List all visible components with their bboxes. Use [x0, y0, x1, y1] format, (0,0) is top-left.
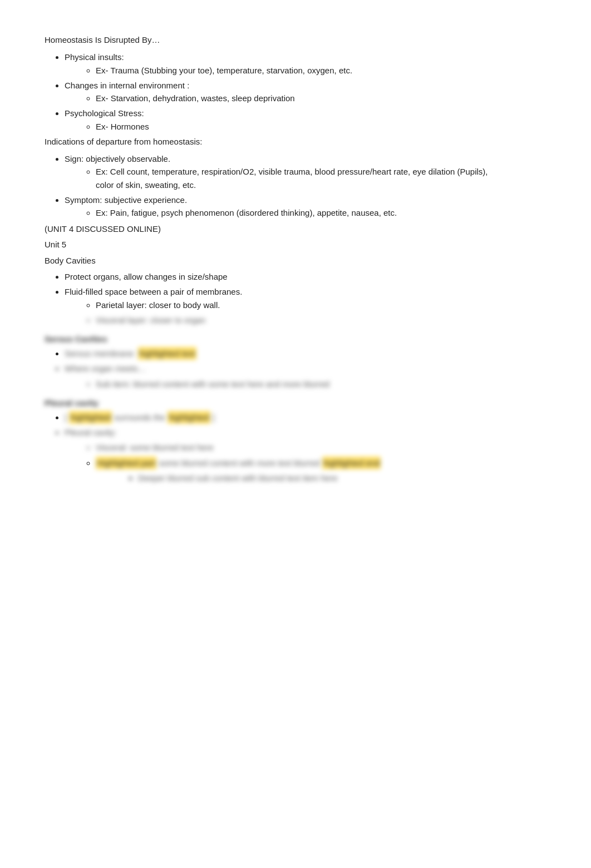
- list-item: Ex- Trauma (Stubbing your toe), temperat…: [96, 64, 501, 77]
- list-item: Ex- Hormones: [96, 120, 501, 133]
- list-item: Ex: Cell count, temperature, respiration…: [96, 165, 501, 191]
- blurred-sub-list-1: Sub item: blurred content with some text…: [65, 378, 501, 390]
- list-item: Sign: objectively observable. Ex: Cell c…: [65, 152, 501, 191]
- list-item: Parietal layer: closer to body wall.: [96, 299, 501, 311]
- list-item: Fluid-filled space between a pair of mem…: [65, 285, 501, 326]
- blurred-section-2: Pleural cavity [ highlighted surrounds t…: [45, 395, 501, 484]
- blurred-section-1: Serous Cavities Serous membrane: highlig…: [45, 331, 501, 390]
- indications-sub-list: Ex: Cell count, temperature, respiration…: [65, 165, 501, 191]
- list-item-blurred: Pleural cavity:: [65, 426, 501, 439]
- list-item: Changes in internal environment : Ex- St…: [65, 79, 501, 105]
- list-item: Physical insults: Ex- Trauma (Stubbing y…: [65, 51, 501, 77]
- indications-list: Sign: objectively observable. Ex: Cell c…: [45, 152, 501, 219]
- list-item-blurred: Where organ meets…: [65, 362, 501, 375]
- list-item-blurred: [ highlighted surrounds the highlighted …: [65, 411, 501, 424]
- homeostasis-heading: Homeostasis Is Disrupted By…: [45, 33, 501, 46]
- body-cavities-heading: Body Cavities: [45, 254, 501, 267]
- list-item-blurred: Visceral layer: closer to organ: [96, 314, 501, 326]
- unit5-label: Unit 5: [45, 238, 501, 251]
- blurred-title-2: Pleural cavity: [45, 398, 98, 408]
- list-item: Protect organs, allow changes in size/sh…: [65, 270, 501, 283]
- list-item: Ex- Starvation, dehydration, wastes, sle…: [96, 92, 501, 105]
- blurred-sub-list-2: Visceral: some blurred text here Highlig…: [65, 441, 501, 484]
- list-item: Psychological Stress: Ex- Hormones: [65, 107, 501, 133]
- disrupted-sub-list: Ex- Trauma (Stubbing your toe), temperat…: [65, 64, 501, 77]
- list-item: Symptom: subjective experience. Ex: Pain…: [65, 194, 501, 220]
- blurred-title-1: Serous Cavities: [45, 334, 107, 344]
- document-content: Homeostasis Is Disrupted By… Physical in…: [45, 33, 501, 484]
- body-cavities-sub-list: Parietal layer: closer to body wall. Vis…: [65, 299, 501, 327]
- list-item-blurred: Sub item: blurred content with some text…: [96, 378, 501, 390]
- blurred-sub-list-3: Deeper blurred sub content with blurred …: [96, 472, 501, 484]
- list-item-blurred: Deeper blurred sub content with blurred …: [138, 472, 501, 484]
- list-item-blurred: Serous membrane: highlighted text: [65, 347, 501, 360]
- indications-heading: Indications of departure from homeostasi…: [45, 135, 501, 148]
- body-cavities-list: Protect organs, allow changes in size/sh…: [45, 270, 501, 326]
- list-item-blurred: Highlighted part some blurred content wi…: [96, 457, 501, 469]
- disrupted-sub-list: Ex- Hormones: [65, 120, 501, 133]
- indications-sub-list: Ex: Pain, fatigue, psych phenomenon (dis…: [65, 206, 501, 219]
- unit4-note: (UNIT 4 DISCUSSED ONLINE): [45, 222, 501, 235]
- disrupted-list: Physical insults: Ex- Trauma (Stubbing y…: [45, 51, 501, 133]
- disrupted-sub-list: Ex- Starvation, dehydration, wastes, sle…: [65, 92, 501, 105]
- list-item: Ex: Pain, fatigue, psych phenomenon (dis…: [96, 206, 501, 219]
- blurred-list-2: [ highlighted surrounds the highlighted …: [45, 411, 501, 484]
- list-item-blurred: Visceral: some blurred text here: [96, 441, 501, 454]
- blurred-list-1: Serous membrane: highlighted text Where …: [45, 347, 501, 390]
